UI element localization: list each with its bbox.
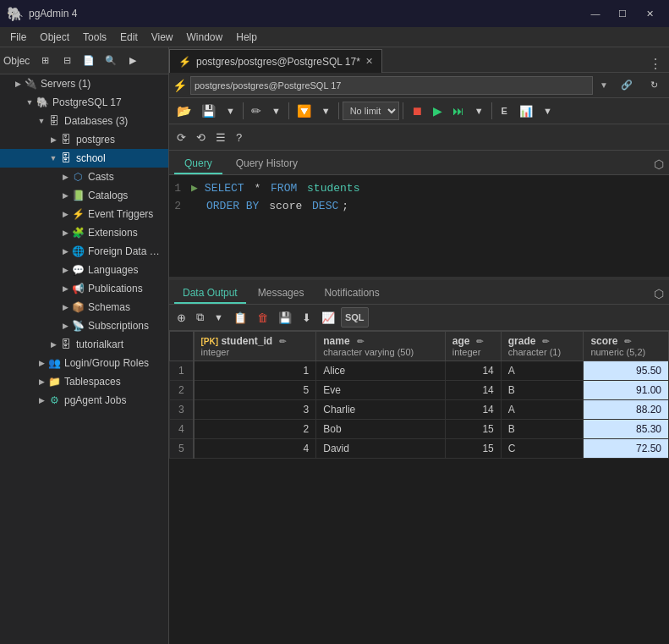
explain-button[interactable]: E bbox=[496, 101, 513, 121]
edit-dropdown-button[interactable]: ▼ bbox=[267, 101, 285, 121]
cell-age[interactable]: 15 bbox=[445, 420, 501, 439]
tree-item-roles[interactable]: ▶ 👥 Login/Group Roles bbox=[0, 354, 168, 372]
tree-item-pgagent[interactable]: ▶ ⚙ pgAgent Jobs bbox=[0, 391, 168, 410]
tree-item-catalogs[interactable]: ▶ 📗 Catalogs bbox=[0, 186, 168, 205]
cell-student-id[interactable]: 2 bbox=[194, 420, 316, 439]
cell-score[interactable]: 95.50 bbox=[584, 361, 669, 381]
cell-age[interactable]: 15 bbox=[445, 439, 501, 459]
sql-button[interactable]: 📄 bbox=[79, 52, 99, 70]
add-row-button[interactable]: ⊕ bbox=[173, 307, 190, 328]
edit-button[interactable]: ✏ bbox=[247, 101, 266, 121]
run-dropdown-button[interactable]: ▼ bbox=[470, 101, 488, 121]
edit-col-icon[interactable]: ✏ bbox=[476, 337, 483, 346]
cell-grade[interactable]: B bbox=[501, 381, 584, 400]
code-editor[interactable]: 1 2 ▶ SELECT * FROM students ORDER BY sc… bbox=[169, 175, 669, 277]
expand-results-button[interactable]: ⬡ bbox=[654, 287, 664, 300]
tab-query[interactable]: Query bbox=[174, 154, 222, 174]
cell-age[interactable]: 14 bbox=[445, 400, 501, 420]
tree-item-foreign-data[interactable]: ▶ 🌐 Foreign Data W… bbox=[0, 242, 168, 261]
col-header-age[interactable]: age ✏ integer bbox=[445, 332, 501, 361]
tab-close-button[interactable]: ✕ bbox=[365, 56, 373, 67]
format2-button[interactable]: ⟲ bbox=[192, 127, 210, 147]
tree-item-event-triggers[interactable]: ▶ ⚡ Event Triggers bbox=[0, 205, 168, 223]
stop-button[interactable]: ⏹ bbox=[407, 101, 427, 121]
save-dropdown-button[interactable]: ▼ bbox=[222, 101, 239, 121]
tree-item-databases[interactable]: ▼ 🗄 Databases (3) bbox=[0, 112, 168, 130]
col-header-grade[interactable]: grade ✏ character (1) bbox=[501, 332, 584, 361]
tree-item-postgres-db[interactable]: ▶ 🗄 postgres bbox=[0, 130, 168, 149]
delete-button[interactable]: 🗑 bbox=[253, 307, 272, 328]
cell-score[interactable]: 85.30 bbox=[584, 420, 669, 439]
table-view-button[interactable]: ⊞ bbox=[35, 52, 55, 70]
save-data-button[interactable]: 💾 bbox=[274, 307, 296, 328]
tab-notifications[interactable]: Notifications bbox=[315, 283, 387, 304]
tree-item-subscriptions[interactable]: ▶ 📡 Subscriptions bbox=[0, 316, 168, 335]
menu-item-edit[interactable]: Edit bbox=[113, 30, 145, 45]
code-area[interactable]: ▶ SELECT * FROM students ORDER BY score … bbox=[191, 180, 664, 272]
filter-dropdown-button[interactable]: ▼ bbox=[317, 101, 335, 121]
format-button[interactable]: ⟳ bbox=[173, 127, 190, 147]
expand-query-button[interactable]: ⬡ bbox=[654, 157, 664, 171]
help-button[interactable]: ? bbox=[232, 127, 246, 147]
cell-grade[interactable]: A bbox=[501, 361, 584, 381]
open-file-button[interactable]: 📂 bbox=[173, 101, 195, 121]
close-button[interactable]: ✕ bbox=[637, 5, 662, 22]
tree-item-casts[interactable]: ▶ ⬡ Casts bbox=[0, 168, 168, 186]
tree-item-languages[interactable]: ▶ 💬 Languages bbox=[0, 261, 168, 279]
tree-item-school-db[interactable]: ▼ 🗄 school bbox=[0, 149, 168, 168]
columns-button[interactable]: ⊟ bbox=[57, 52, 77, 70]
edit-col-icon[interactable]: ✏ bbox=[357, 337, 364, 346]
menu-item-tools[interactable]: Tools bbox=[76, 30, 113, 45]
more-button[interactable]: ▼ bbox=[539, 101, 557, 121]
cell-score[interactable]: 88.20 bbox=[584, 400, 669, 420]
tab-query-history[interactable]: Query History bbox=[226, 154, 308, 174]
cell-age[interactable]: 14 bbox=[445, 381, 501, 400]
menu-item-file[interactable]: File bbox=[3, 30, 33, 45]
filter-button[interactable]: 🔽 bbox=[293, 101, 315, 121]
cell-name[interactable]: David bbox=[316, 439, 446, 459]
sql-result-button[interactable]: SQL bbox=[341, 307, 369, 328]
tab-menu-button[interactable]: ⋮ bbox=[642, 56, 669, 72]
minimize-button[interactable]: — bbox=[583, 5, 608, 22]
copy-dropdown-button[interactable]: ▼ bbox=[210, 307, 228, 328]
copy-button[interactable]: ⧉ bbox=[192, 307, 208, 328]
cell-name[interactable]: Charlie bbox=[316, 400, 446, 420]
cell-grade[interactable]: B bbox=[501, 420, 584, 439]
cell-name[interactable]: Eve bbox=[316, 381, 446, 400]
tree-item-tablespaces[interactable]: ▶ 📁 Tablespaces bbox=[0, 372, 168, 391]
menu-item-help[interactable]: Help bbox=[229, 30, 264, 45]
paste-button[interactable]: 📋 bbox=[229, 307, 251, 328]
search-button[interactable]: 🔍 bbox=[101, 52, 121, 70]
chart-result-button[interactable]: 📈 bbox=[317, 307, 339, 328]
maximize-button[interactable]: ☐ bbox=[610, 5, 635, 22]
cell-score[interactable]: 72.50 bbox=[584, 439, 669, 459]
tab-data-output[interactable]: Data Output bbox=[174, 283, 246, 304]
col-header-score[interactable]: score ✏ numeric (5,2) bbox=[584, 332, 669, 361]
cell-student-id[interactable]: 5 bbox=[194, 381, 316, 400]
cell-student-id[interactable]: 1 bbox=[194, 361, 316, 381]
tree-item-tutorialkart[interactable]: ▶ 🗄 tutorialkart bbox=[0, 335, 168, 354]
list-button[interactable]: ☰ bbox=[211, 127, 230, 147]
cell-score[interactable]: 91.00 bbox=[584, 381, 669, 400]
tree-item-publications[interactable]: ▶ 📢 Publications bbox=[0, 279, 168, 298]
cell-name[interactable]: Alice bbox=[316, 361, 446, 381]
cell-grade[interactable]: A bbox=[501, 400, 584, 420]
cell-name[interactable]: Bob bbox=[316, 420, 446, 439]
save-button[interactable]: 💾 bbox=[197, 101, 220, 121]
tab-messages[interactable]: Messages bbox=[250, 283, 313, 304]
tree-item-extensions[interactable]: ▶ 🧩 Extensions bbox=[0, 223, 168, 242]
col-header-name[interactable]: name ✏ character varying (50) bbox=[316, 332, 446, 361]
col-header-student-id[interactable]: [PK] student_id ✏ integer bbox=[194, 332, 316, 361]
limit-select[interactable]: No limit 100 500 1000 bbox=[343, 102, 399, 120]
query-tab[interactable]: ⚡ postgres/postgres@PostgreSQL 17* ✕ bbox=[169, 49, 382, 73]
menu-item-view[interactable]: View bbox=[145, 30, 180, 45]
tree-item-servers[interactable]: ▶ 🔌 Servers (1) bbox=[0, 74, 168, 93]
edit-col-icon[interactable]: ✏ bbox=[542, 337, 549, 346]
tree-item-postgresql[interactable]: ▼ 🐘 PostgreSQL 17 bbox=[0, 93, 168, 112]
cell-student-id[interactable]: 4 bbox=[194, 439, 316, 459]
edit-col-icon[interactable]: ✏ bbox=[279, 337, 286, 346]
connection-select[interactable]: postgres/postgres@PostgreSQL 17 bbox=[190, 76, 593, 95]
menu-item-window[interactable]: Window bbox=[180, 30, 230, 45]
edit-col-icon[interactable]: ✏ bbox=[624, 337, 631, 346]
refresh-button[interactable]: ↻ bbox=[642, 75, 666, 96]
